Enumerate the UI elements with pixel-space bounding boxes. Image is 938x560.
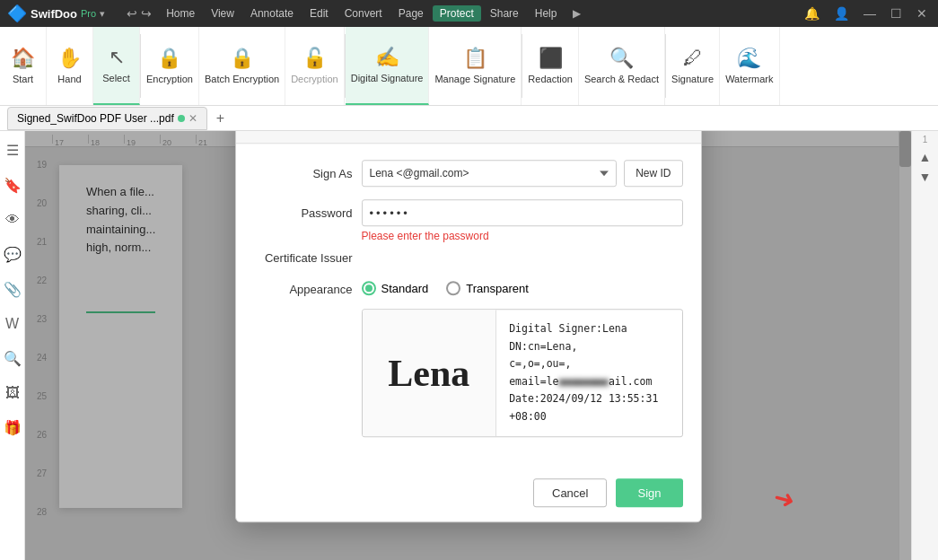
nav-view[interactable]: View <box>204 5 241 22</box>
nav-home[interactable]: Home <box>159 5 202 22</box>
ribbon-start-label: Start <box>13 74 33 85</box>
new-tab-button[interactable]: + <box>211 109 230 128</box>
nav-protect[interactable]: Protect <box>433 5 481 22</box>
account-btn[interactable]: 👤 <box>830 4 853 22</box>
digital-signature-icon: ✍ <box>375 46 399 69</box>
left-sidebar: ☰ 🔖 👁 💬 📎 W 🔍 🖼 🎁 <box>0 131 25 560</box>
batch-encryption-icon: 🔒 <box>230 47 254 70</box>
dialog-close-button[interactable]: ✕ <box>667 131 687 132</box>
titlebar-nav: Home View Annotate Edit Convert Page Pro… <box>159 5 801 22</box>
nav-share[interactable]: Share <box>483 5 526 22</box>
nav-more[interactable]: ▶ <box>565 5 588 22</box>
sidebar-gift-icon[interactable]: 🎁 <box>0 416 25 440</box>
tab-close-btn[interactable]: ✕ <box>188 112 197 125</box>
sidebar-menu-icon[interactable]: ☰ <box>3 138 22 162</box>
ribbon-batch-encryption-label: Batch Encryption <box>205 74 279 85</box>
sidebar-thumbnail-icon[interactable]: 👁 <box>2 208 23 232</box>
undo-button[interactable]: ↩ <box>127 6 137 21</box>
appearance-standard[interactable]: Standard <box>362 281 429 295</box>
search-redact-icon: 🔍 <box>609 47 634 70</box>
app-dropdown-arrow[interactable]: ▾ <box>100 8 105 20</box>
ribbon-hand[interactable]: ✋ Hand <box>47 27 93 105</box>
transparent-label: Transparent <box>466 282 529 295</box>
page-number: 1 <box>923 135 928 144</box>
redo-button[interactable]: ↪ <box>141 6 152 21</box>
dialog-footer: Cancel Sign <box>236 468 701 522</box>
app-pro-label: Pro <box>81 8 96 19</box>
ribbon-watermark[interactable]: 🌊 Watermark <box>720 27 779 105</box>
ribbon-batch-encryption[interactable]: 🔒 Batch Encryption <box>199 27 285 105</box>
ribbon-decryption-label: Decryption <box>291 74 338 85</box>
sign-as-controls: Lena <@gmail.com> New ID <box>362 160 683 187</box>
watermark-icon: 🌊 <box>737 47 761 70</box>
signature-preview: Lena Digital Signer:Lena DN:cn=Lena, c=,… <box>362 309 683 437</box>
close-btn[interactable]: ✕ <box>913 4 931 22</box>
app-logo: 🔷 SwifDoo Pro ▾ <box>7 4 105 23</box>
nav-edit[interactable]: Edit <box>302 5 336 22</box>
dialog-header: Sign Document ✕ <box>236 131 701 144</box>
sidebar-image-icon[interactable]: 🖼 <box>2 381 23 405</box>
ribbon-redaction[interactable]: ⬛ Redaction <box>522 27 579 105</box>
undo-redo-group: ↩ ↪ <box>127 6 152 21</box>
tab-status-dot <box>178 115 185 122</box>
nav-help[interactable]: Help <box>528 5 565 22</box>
ribbon-manage-signature[interactable]: 📋 Manage Signature <box>429 27 522 105</box>
maximize-btn[interactable]: ☐ <box>887 4 906 22</box>
sign-button[interactable]: Sign <box>616 479 682 508</box>
ribbon-watermark-label: Watermark <box>725 74 773 85</box>
nav-page[interactable]: Page <box>391 5 431 22</box>
ribbon-digital-signature-label: Digital Signature <box>351 73 424 84</box>
collapse-btn[interactable]: ▲ <box>919 150 932 164</box>
manage-signature-icon: 📋 <box>463 47 487 70</box>
ribbon: 🏠 Start ✋ Hand ↖ Select 🔒 Encryption 🔒 B… <box>0 27 938 106</box>
password-label: Password <box>254 206 353 220</box>
nav-convert[interactable]: Convert <box>338 5 390 22</box>
appearance-label: Appearance <box>254 277 353 296</box>
ribbon-select-label: Select <box>102 73 130 84</box>
appearance-radio-group: Standard Transparent <box>362 277 529 295</box>
cancel-button[interactable]: Cancel <box>533 479 607 508</box>
password-controls <box>362 199 683 226</box>
signature-icon: 🖊 <box>683 47 703 70</box>
appearance-row: Appearance Standard Transparent <box>254 277 683 296</box>
transparent-radio-btn[interactable] <box>446 281 460 295</box>
main-area: ☰ 🔖 👁 💬 📎 W 🔍 🖼 🎁 17 18 19 20 21 1920212… <box>0 131 938 560</box>
sidebar-search-icon[interactable]: 🔍 <box>0 346 25 371</box>
sig-email-blurred: ●●●●●●●● <box>559 375 609 388</box>
ribbon-digital-signature[interactable]: ✍ Digital Signature <box>346 27 430 105</box>
sig-email-prefix: email=le <box>509 375 558 388</box>
sidebar-word-icon[interactable]: W <box>2 312 22 336</box>
document-tab[interactable]: Signed_SwifDoo PDF User ...pdf ✕ <box>7 107 207 130</box>
minimize-btn[interactable]: — <box>860 4 880 22</box>
sig-email-suffix: ail.com <box>609 375 652 388</box>
dialog-body: Sign As Lena <@gmail.com> New ID Passwor… <box>236 144 701 468</box>
ribbon-signature-label: Signature <box>671 74 714 85</box>
ribbon-encryption-label: Encryption <box>146 74 193 85</box>
expand-btn[interactable]: ▼ <box>919 170 932 184</box>
redaction-icon: ⬛ <box>539 47 563 70</box>
sidebar-attachment-icon[interactable]: 📎 <box>0 277 25 302</box>
decryption-icon: 🔓 <box>302 47 327 70</box>
icons-btn[interactable]: 🔔 <box>801 4 823 22</box>
password-input[interactable] <box>362 199 683 226</box>
ribbon-start[interactable]: 🏠 Start <box>0 27 47 105</box>
sidebar-comment-icon[interactable]: 💬 <box>0 242 25 267</box>
ribbon-decryption[interactable]: 🔓 Decryption <box>285 27 345 105</box>
nav-annotate[interactable]: Annotate <box>243 5 301 22</box>
ribbon-search-redact[interactable]: 🔍 Search & Redact <box>579 27 665 105</box>
sidebar-bookmark-icon[interactable]: 🔖 <box>0 173 25 197</box>
ribbon-encryption[interactable]: 🔒 Encryption <box>141 27 199 105</box>
sig-name: Lena <box>363 310 497 436</box>
ribbon-search-redact-label: Search & Redact <box>584 74 659 85</box>
ribbon-select[interactable]: ↖ Select <box>93 27 140 105</box>
standard-radio-btn[interactable] <box>362 281 376 295</box>
appearance-transparent[interactable]: Transparent <box>446 281 529 295</box>
sig-info-line4: email=le●●●●●●●●ail.com <box>509 373 669 391</box>
window-controls: 🔔 👤 — ☐ ✕ <box>801 4 931 22</box>
ribbon-signature[interactable]: 🖊 Signature <box>666 27 720 105</box>
ribbon-redaction-label: Redaction <box>528 74 573 85</box>
sign-as-select[interactable]: Lena <@gmail.com> <box>362 160 618 187</box>
sign-document-dialog: Sign Document ✕ Sign As Lena <@gmail.com… <box>235 131 702 523</box>
new-id-button[interactable]: New ID <box>624 160 682 187</box>
sig-info-line2: DN:cn=Lena, <box>509 338 669 356</box>
